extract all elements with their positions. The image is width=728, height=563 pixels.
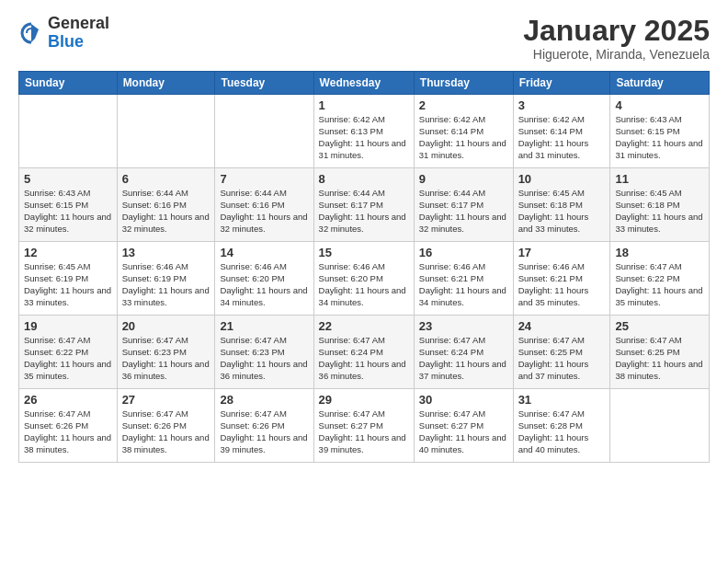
calendar-cell: 29Sunrise: 6:47 AM Sunset: 6:27 PM Dayli… (313, 389, 414, 463)
day-info: Sunrise: 6:47 AM Sunset: 6:22 PM Dayligh… (24, 335, 112, 382)
day-info: Sunrise: 6:44 AM Sunset: 6:17 PM Dayligh… (319, 188, 409, 235)
calendar-cell: 21Sunrise: 6:47 AM Sunset: 6:23 PM Dayli… (215, 316, 313, 389)
calendar-cell: 20Sunrise: 6:47 AM Sunset: 6:23 PM Dayli… (117, 316, 215, 389)
day-header-friday: Friday (513, 72, 610, 95)
calendar-cell: 7Sunrise: 6:44 AM Sunset: 6:16 PM Daylig… (215, 168, 313, 242)
day-number: 15 (319, 246, 409, 259)
day-info: Sunrise: 6:42 AM Sunset: 6:14 PM Dayligh… (518, 114, 606, 161)
calendar-cell (19, 95, 118, 168)
day-number: 19 (24, 319, 112, 333)
calendar-cell: 2Sunrise: 6:42 AM Sunset: 6:14 PM Daylig… (414, 95, 513, 168)
calendar-header-row: SundayMondayTuesdayWednesdayThursdayFrid… (19, 72, 710, 95)
day-number: 20 (122, 319, 210, 333)
day-number: 30 (419, 393, 508, 407)
day-info: Sunrise: 6:44 AM Sunset: 6:17 PM Dayligh… (419, 188, 508, 235)
day-number: 24 (518, 319, 606, 333)
logo-icon (18, 20, 44, 46)
calendar-cell: 5Sunrise: 6:43 AM Sunset: 6:15 PM Daylig… (19, 168, 118, 242)
day-info: Sunrise: 6:45 AM Sunset: 6:19 PM Dayligh… (24, 261, 112, 308)
calendar-week-row: 12Sunrise: 6:45 AM Sunset: 6:19 PM Dayli… (19, 242, 710, 316)
day-info: Sunrise: 6:47 AM Sunset: 6:23 PM Dayligh… (220, 335, 308, 382)
day-number: 21 (220, 319, 308, 333)
calendar-cell: 26Sunrise: 6:47 AM Sunset: 6:26 PM Dayli… (19, 389, 118, 463)
calendar-cell: 31Sunrise: 6:47 AM Sunset: 6:28 PM Dayli… (513, 389, 610, 463)
day-number: 2 (419, 98, 508, 112)
day-number: 10 (518, 172, 606, 186)
calendar-cell: 4Sunrise: 6:43 AM Sunset: 6:15 PM Daylig… (610, 95, 710, 168)
day-header-saturday: Saturday (610, 72, 710, 95)
logo-blue: Blue (48, 33, 109, 52)
logo-area: General Blue (18, 15, 109, 52)
day-info: Sunrise: 6:42 AM Sunset: 6:13 PM Dayligh… (319, 114, 409, 161)
calendar-cell: 24Sunrise: 6:47 AM Sunset: 6:25 PM Dayli… (513, 316, 610, 389)
day-header-thursday: Thursday (414, 72, 513, 95)
day-number: 18 (615, 246, 704, 259)
calendar-cell: 25Sunrise: 6:47 AM Sunset: 6:25 PM Dayli… (610, 316, 710, 389)
calendar-cell: 14Sunrise: 6:46 AM Sunset: 6:20 PM Dayli… (215, 242, 313, 316)
day-info: Sunrise: 6:46 AM Sunset: 6:20 PM Dayligh… (319, 261, 409, 308)
calendar-cell: 11Sunrise: 6:45 AM Sunset: 6:18 PM Dayli… (610, 168, 710, 242)
day-info: Sunrise: 6:47 AM Sunset: 6:27 PM Dayligh… (419, 408, 508, 455)
subtitle: Higuerote, Miranda, Venezuela (523, 47, 710, 62)
day-info: Sunrise: 6:45 AM Sunset: 6:18 PM Dayligh… (615, 188, 704, 235)
day-number: 16 (419, 246, 508, 259)
day-info: Sunrise: 6:47 AM Sunset: 6:26 PM Dayligh… (24, 408, 112, 455)
day-number: 1 (319, 98, 409, 112)
day-info: Sunrise: 6:43 AM Sunset: 6:15 PM Dayligh… (615, 114, 704, 161)
calendar-cell: 23Sunrise: 6:47 AM Sunset: 6:24 PM Dayli… (414, 316, 513, 389)
day-info: Sunrise: 6:46 AM Sunset: 6:19 PM Dayligh… (122, 261, 210, 308)
day-header-sunday: Sunday (19, 72, 118, 95)
day-number: 6 (122, 172, 210, 186)
calendar-cell: 12Sunrise: 6:45 AM Sunset: 6:19 PM Dayli… (19, 242, 118, 316)
day-number: 28 (220, 393, 308, 407)
day-info: Sunrise: 6:47 AM Sunset: 6:26 PM Dayligh… (220, 408, 308, 455)
calendar-cell: 22Sunrise: 6:47 AM Sunset: 6:24 PM Dayli… (313, 316, 414, 389)
month-title: January 2025 (523, 15, 710, 47)
day-number: 12 (24, 246, 112, 259)
day-number: 5 (24, 172, 112, 186)
calendar-cell: 8Sunrise: 6:44 AM Sunset: 6:17 PM Daylig… (313, 168, 414, 242)
calendar-cell: 16Sunrise: 6:46 AM Sunset: 6:21 PM Dayli… (414, 242, 513, 316)
day-info: Sunrise: 6:47 AM Sunset: 6:25 PM Dayligh… (615, 335, 704, 382)
day-info: Sunrise: 6:47 AM Sunset: 6:23 PM Dayligh… (122, 335, 210, 382)
calendar-cell (117, 95, 215, 168)
day-number: 7 (220, 172, 308, 186)
calendar: SundayMondayTuesdayWednesdayThursdayFrid… (18, 71, 710, 463)
day-info: Sunrise: 6:47 AM Sunset: 6:24 PM Dayligh… (419, 335, 508, 382)
day-number: 22 (319, 319, 409, 333)
calendar-week-row: 1Sunrise: 6:42 AM Sunset: 6:13 PM Daylig… (19, 95, 710, 168)
calendar-cell: 13Sunrise: 6:46 AM Sunset: 6:19 PM Dayli… (117, 242, 215, 316)
page: General Blue January 2025 Higuerote, Mir… (0, 0, 728, 563)
day-number: 8 (319, 172, 409, 186)
day-number: 14 (220, 246, 308, 259)
calendar-cell: 6Sunrise: 6:44 AM Sunset: 6:16 PM Daylig… (117, 168, 215, 242)
day-info: Sunrise: 6:47 AM Sunset: 6:26 PM Dayligh… (122, 408, 210, 455)
calendar-week-row: 5Sunrise: 6:43 AM Sunset: 6:15 PM Daylig… (19, 168, 710, 242)
day-info: Sunrise: 6:43 AM Sunset: 6:15 PM Dayligh… (24, 188, 112, 235)
day-number: 4 (615, 98, 704, 112)
day-number: 13 (122, 246, 210, 259)
day-info: Sunrise: 6:46 AM Sunset: 6:21 PM Dayligh… (518, 261, 606, 308)
day-info: Sunrise: 6:44 AM Sunset: 6:16 PM Dayligh… (122, 188, 210, 235)
calendar-cell: 18Sunrise: 6:47 AM Sunset: 6:22 PM Dayli… (610, 242, 710, 316)
calendar-cell: 28Sunrise: 6:47 AM Sunset: 6:26 PM Dayli… (215, 389, 313, 463)
calendar-cell: 19Sunrise: 6:47 AM Sunset: 6:22 PM Dayli… (19, 316, 118, 389)
calendar-cell: 9Sunrise: 6:44 AM Sunset: 6:17 PM Daylig… (414, 168, 513, 242)
day-info: Sunrise: 6:45 AM Sunset: 6:18 PM Dayligh… (518, 188, 606, 235)
day-header-monday: Monday (117, 72, 215, 95)
day-info: Sunrise: 6:47 AM Sunset: 6:27 PM Dayligh… (319, 408, 409, 455)
day-number: 3 (518, 98, 606, 112)
day-info: Sunrise: 6:42 AM Sunset: 6:14 PM Dayligh… (419, 114, 508, 161)
day-info: Sunrise: 6:46 AM Sunset: 6:21 PM Dayligh… (419, 261, 508, 308)
calendar-week-row: 19Sunrise: 6:47 AM Sunset: 6:22 PM Dayli… (19, 316, 710, 389)
day-number: 31 (518, 393, 606, 407)
calendar-cell: 3Sunrise: 6:42 AM Sunset: 6:14 PM Daylig… (513, 95, 610, 168)
day-number: 17 (518, 246, 606, 259)
day-info: Sunrise: 6:47 AM Sunset: 6:28 PM Dayligh… (518, 408, 606, 455)
header: General Blue January 2025 Higuerote, Mir… (18, 15, 710, 62)
day-header-wednesday: Wednesday (313, 72, 414, 95)
day-info: Sunrise: 6:47 AM Sunset: 6:24 PM Dayligh… (319, 335, 409, 382)
day-number: 29 (319, 393, 409, 407)
day-number: 26 (24, 393, 112, 407)
day-number: 9 (419, 172, 508, 186)
